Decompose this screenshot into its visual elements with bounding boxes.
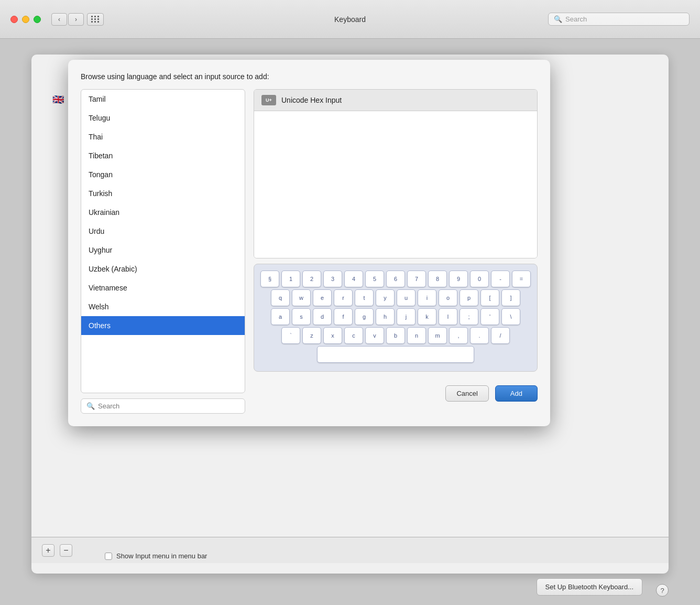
add-button[interactable]: Add [495,385,538,402]
key-5[interactable]: 5 [365,271,384,287]
lang-item-telugu[interactable]: Telugu [81,109,245,127]
key-semicolon[interactable]: ; [460,308,478,325]
key-quote[interactable]: ' [480,308,499,325]
key-o[interactable]: o [439,289,457,306]
grid-icon [91,16,100,23]
key-u[interactable]: u [397,289,415,306]
search-icon: 🔍 [554,15,562,23]
key-g[interactable]: g [355,308,374,325]
lang-item-urdu[interactable]: Urdu [81,222,245,241]
keyboard-panel: § 1 2 3 4 5 6 7 8 9 0 - = [254,264,538,372]
lang-item-ukrainian[interactable]: Ukrainian [81,203,245,222]
bluetooth-button[interactable]: Set Up Bluetooth Keyboard... [537,578,642,596]
key-x[interactable]: x [323,327,342,344]
cancel-button[interactable]: Cancel [445,385,488,402]
key-lbracket[interactable]: [ [480,289,499,306]
nav-buttons: ‹ › [51,13,84,26]
close-button[interactable] [10,16,18,23]
show-input-menu-label: Show Input menu in menu bar [116,552,207,560]
key-backtick[interactable]: ` [281,327,300,344]
key-8[interactable]: 8 [428,271,447,287]
key-y[interactable]: y [376,289,395,306]
title-search-bar[interactable]: 🔍 Search [548,13,690,26]
lang-item-tibetan[interactable]: Tibetan [81,146,245,165]
grid-view-button[interactable] [87,13,104,26]
input-source-panel: U+ Unicode Hex Input [254,89,538,258]
title-bar: ‹ › Keyboard 🔍 Search [0,0,700,39]
language-list[interactable]: Tamil Telugu Thai Tibetan Tongan Turkish… [81,89,245,393]
key-backslash[interactable]: \ [501,308,520,325]
key-a[interactable]: a [271,308,290,325]
key-0[interactable]: 0 [470,271,489,287]
lang-item-thai[interactable]: Thai [81,127,245,146]
key-6[interactable]: 6 [386,271,405,287]
key-t[interactable]: t [355,289,374,306]
key-period[interactable]: . [470,327,489,344]
lang-item-uyghur[interactable]: Uyghur [81,241,245,260]
lang-item-uzbek[interactable]: Uzbek (Arabic) [81,260,245,278]
key-equals[interactable]: = [512,271,531,287]
language-search-input[interactable] [98,402,239,410]
forward-button[interactable]: › [68,13,84,26]
key-q[interactable]: q [271,289,290,306]
key-slash[interactable]: / [491,327,510,344]
key-l[interactable]: l [439,308,457,325]
key-4[interactable]: 4 [344,271,363,287]
minimize-button[interactable] [22,16,29,23]
unicode-badge: U+ [261,95,276,105]
show-input-menu-row: Show Input menu in menu bar [105,552,207,560]
keyboard-row-2: q w e r t y u i o p [ ] [260,289,531,306]
key-i[interactable]: i [418,289,436,306]
input-source-name: Unicode Hex Input [281,96,342,104]
key-r[interactable]: r [334,289,353,306]
key-s[interactable]: s [292,308,311,325]
key-1[interactable]: 1 [281,271,300,287]
keyboard-row-5 [260,346,531,363]
title-search-placeholder: Search [565,15,587,23]
help-button[interactable]: ? [656,584,669,597]
lang-item-turkish[interactable]: Turkish [81,184,245,203]
key-p[interactable]: p [460,289,478,306]
key-d[interactable]: d [313,308,332,325]
key-h[interactable]: h [376,308,395,325]
lang-item-tamil[interactable]: Tamil [81,90,245,109]
key-spacebar[interactable] [317,346,474,363]
lang-item-tongan[interactable]: Tongan [81,165,245,184]
key-n[interactable]: n [407,327,426,344]
lang-item-welsh[interactable]: Welsh [81,297,245,316]
key-section[interactable]: § [260,271,279,287]
back-button[interactable]: ‹ [51,13,67,26]
window-title: Keyboard [334,15,366,24]
fullscreen-button[interactable] [34,16,41,23]
add-source-button[interactable]: + [42,544,54,557]
key-e[interactable]: e [313,289,332,306]
key-f[interactable]: f [334,308,353,325]
input-source-header: U+ Unicode Hex Input [254,90,537,111]
language-search-container[interactable]: 🔍 [81,398,245,414]
add-input-source-dialog: Browse using language and select an inpu… [68,60,550,426]
language-list-container: Tamil Telugu Thai Tibetan Tongan Turkish… [81,89,245,414]
key-comma[interactable]: , [449,327,468,344]
key-m[interactable]: m [428,327,447,344]
key-w[interactable]: w [292,289,311,306]
key-c[interactable]: c [344,327,363,344]
show-input-menu-checkbox[interactable] [105,553,112,560]
key-7[interactable]: 7 [407,271,426,287]
key-v[interactable]: v [365,327,384,344]
dialog-buttons: Cancel Add [254,385,538,402]
key-b[interactable]: b [386,327,405,344]
key-9[interactable]: 9 [449,271,468,287]
remove-source-button[interactable]: − [60,544,72,557]
key-z[interactable]: z [302,327,321,344]
key-minus[interactable]: - [491,271,510,287]
key-2[interactable]: 2 [302,271,321,287]
key-rbracket[interactable]: ] [501,289,520,306]
lang-item-others[interactable]: Others [81,316,245,335]
main-content: 🇬🇧 D... + − Show Input menu in menu bar … [0,39,700,605]
key-k[interactable]: k [418,308,436,325]
key-j[interactable]: j [397,308,415,325]
keyboard-row-1: § 1 2 3 4 5 6 7 8 9 0 - = [260,271,531,287]
key-3[interactable]: 3 [323,271,342,287]
lang-item-vietnamese[interactable]: Vietnamese [81,278,245,297]
right-panel: U+ Unicode Hex Input § 1 2 3 4 5 6 [254,89,538,414]
